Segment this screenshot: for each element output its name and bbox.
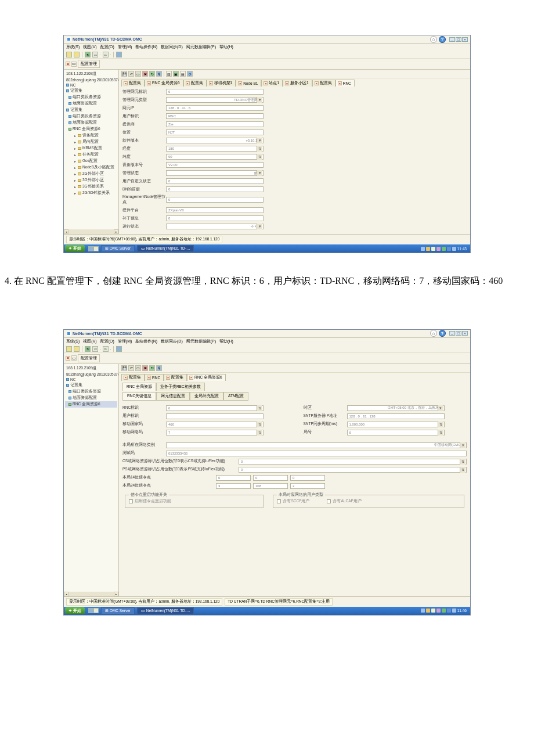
close-button[interactable]: × — [462, 331, 468, 336]
home-icon[interactable]: ⌂ — [430, 36, 437, 43]
taskbar-item-1[interactable]: ⊞ OMC Server — [101, 245, 135, 252]
field-input[interactable]: ZXplat-V3 — [166, 207, 264, 213]
menu-edit[interactable]: 网元数据编辑(P) — [186, 44, 216, 50]
content-tab[interactable]: ×服务小区1 — [283, 80, 312, 87]
toolbar-icon-1[interactable] — [66, 346, 72, 352]
segment-input[interactable]: 0 — [290, 475, 325, 481]
tree-item[interactable]: RNC 全局资源6 — [65, 401, 117, 408]
page-icon[interactable]: ▭ — [135, 365, 141, 371]
tab-close-icon[interactable]: × — [66, 356, 70, 361]
tool-icon-2[interactable]: ▣ — [173, 71, 179, 77]
sub-tab-2[interactable]: 网元信息配置 — [156, 392, 190, 401]
menu-sync[interactable]: 数据同步(D) — [161, 339, 183, 344]
segment-input[interactable]: 3 — [216, 483, 251, 489]
undo-icon[interactable]: ↶ — [128, 365, 134, 371]
menu-station[interactable]: 基站操作(N) — [135, 44, 157, 50]
field-input[interactable]: 6 — [166, 89, 264, 95]
toolbar-icon-3[interactable] — [116, 52, 122, 57]
field-input[interactable]: 1,000,000 — [347, 422, 445, 427]
refresh-icon[interactable]: ↻ — [85, 346, 91, 352]
content-tab[interactable]: ×站点1 — [261, 80, 283, 87]
tab-close-icon[interactable]: × — [264, 81, 268, 85]
taskbar-item-1[interactable]: ⊞ OMC Server — [101, 607, 135, 614]
field-input[interactable]: 90 — [166, 154, 264, 160]
taskbar-item-2[interactable]: ▭ NetNumen(TM)N31 TD-… — [137, 245, 194, 252]
sub-tab-2[interactable]: RNC关键信息 — [122, 392, 156, 401]
content-tab[interactable]: ×配置集 — [164, 374, 187, 381]
field-input[interactable]: GMT+08:00 北京，香港，乌鲁木齐 — [347, 405, 445, 411]
delete-icon[interactable]: ✖ — [142, 71, 148, 77]
save-icon[interactable]: 💾 — [121, 365, 127, 371]
tree-item[interactable]: NC — [65, 82, 117, 88]
tree-item[interactable]: ▸2G外部小区 — [65, 171, 117, 177]
tab-close-icon[interactable]: × — [238, 81, 242, 85]
refresh2-icon[interactable]: ↻ — [149, 71, 155, 77]
scroll-left-icon[interactable]: ◂ — [64, 592, 68, 596]
delete-icon[interactable]: ✖ — [142, 365, 148, 371]
content-tab[interactable]: ×移得机架1 — [207, 80, 236, 87]
maximize-button[interactable]: □ — [456, 37, 461, 42]
menu-view[interactable]: 视图(V) — [83, 339, 96, 344]
tab-close-icon[interactable]: × — [147, 376, 151, 380]
tree-item[interactable]: ▸NodeB及小区配置 — [65, 164, 117, 171]
toolbar-icon-3[interactable] — [116, 346, 122, 352]
tray-icon[interactable] — [452, 247, 456, 251]
tray-icon[interactable] — [426, 609, 430, 613]
field-input[interactable]: 不可用 — [166, 224, 264, 229]
forward-icon[interactable]: ⇨ — [103, 346, 109, 352]
menu-manage[interactable]: 管理(M) — [118, 44, 132, 50]
tree-item[interactable]: 端口类设备资源 — [65, 113, 117, 120]
scroll-right-icon[interactable]: ▸ — [114, 592, 118, 596]
tree-item[interactable]: ▸3G外部小区 — [65, 177, 117, 183]
tab-close-icon[interactable]: × — [189, 376, 193, 380]
quick-icon-2[interactable] — [93, 608, 99, 613]
tree-item[interactable]: 端口类设备资源 — [65, 388, 117, 395]
field-input[interactable]: 6 — [347, 430, 445, 435]
tree-item[interactable]: ▸MBMS配置 — [65, 145, 117, 152]
menu-system[interactable]: 系统(S) — [66, 339, 80, 344]
field-input[interactable]: V2.00 — [166, 162, 264, 168]
tree-item[interactable]: 地面资源配置 — [65, 395, 117, 401]
menu-help[interactable]: 帮助(H) — [219, 339, 233, 344]
toolbar-icon-2[interactable] — [74, 52, 80, 57]
scroll-right-icon[interactable]: ▸ — [114, 229, 118, 234]
checkbox-restart[interactable]: 启用信令点重启功能 — [129, 499, 259, 504]
refresh-icon[interactable]: ↻ — [85, 52, 91, 57]
tray-icon[interactable] — [431, 609, 435, 613]
back-icon[interactable]: ⇦ — [92, 52, 98, 57]
segment-input[interactable]: 0 — [216, 475, 251, 481]
field-input[interactable]: 7 — [166, 430, 264, 435]
tab-close-icon[interactable]: × — [166, 376, 170, 380]
tray-icon[interactable] — [436, 609, 441, 613]
minimize-button[interactable]: _ — [449, 331, 455, 336]
menu-edit[interactable]: 网元数据编辑(P) — [186, 339, 216, 344]
field-input[interactable]: 0 — [239, 459, 467, 465]
tree-item[interactable]: ▸局向配置 — [65, 139, 117, 145]
quick-icon-2[interactable] — [93, 246, 99, 251]
field-input[interactable]: TD-RNC管理网元 — [166, 97, 264, 103]
tray-icon[interactable] — [447, 247, 451, 251]
quick-icon-1[interactable] — [88, 246, 93, 251]
tree-item[interactable]: 地面资源配置 — [65, 120, 117, 126]
field-input[interactable]: 460 — [166, 422, 264, 427]
field-input[interactable]: NJT — [166, 129, 264, 135]
help-icon[interactable]: ? — [439, 36, 446, 43]
tab-close-icon[interactable]: × — [124, 81, 128, 85]
tool-icon-3[interactable]: ▤ — [180, 71, 186, 77]
content-tab[interactable]: ×RNC 全局资源6 — [187, 374, 226, 381]
taskbar-item-2[interactable]: ▭ NetNumen(TM)N31 TD-… — [137, 607, 194, 614]
tool-icon-1[interactable]: ▥ — [166, 71, 172, 77]
tab-config-mgmt[interactable]: 配置管理 — [78, 354, 100, 362]
content-tab[interactable]: ×配置集 — [121, 80, 145, 87]
home-icon[interactable]: ⌂ — [430, 330, 437, 337]
back-icon[interactable]: ⇦ — [92, 346, 98, 352]
quick-icon-1[interactable] — [88, 608, 93, 613]
explorer-icon[interactable]: ▭ — [71, 62, 77, 67]
tab-close-icon[interactable]: × — [315, 81, 319, 85]
undo-icon[interactable]: ↶ — [128, 71, 134, 77]
sub-tab[interactable]: 业务子类RBC相关参数 — [156, 383, 205, 391]
field-input[interactable]: 0132333435 — [166, 451, 467, 456]
tree-item[interactable]: ▸任务配置 — [65, 152, 117, 158]
menu-sync[interactable]: 数据同步(D) — [161, 44, 183, 50]
tree-root[interactable]: 168.1.120.2109组 — [65, 365, 117, 372]
